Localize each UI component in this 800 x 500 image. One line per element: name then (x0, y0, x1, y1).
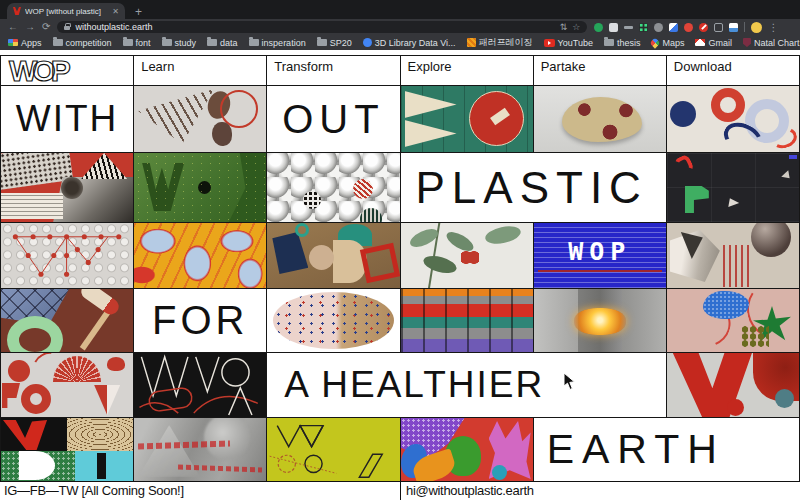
dot-constellation-art (1, 223, 133, 288)
bookmark-data[interactable]: data (207, 38, 238, 48)
new-tab-button[interactable]: + (135, 5, 142, 19)
site-favicon (467, 38, 476, 47)
tab-title: WOP [without plastic] (25, 7, 108, 16)
tab-close-icon[interactable]: ✕ (112, 7, 119, 16)
bookmark-maps[interactable]: Maps (651, 38, 684, 48)
tile-art-matisse-plants (401, 418, 534, 482)
tab-strip: WOP [without plastic] ✕ + (0, 0, 800, 19)
tile-art-red-gray-w (667, 353, 800, 418)
site-favicon (363, 38, 372, 47)
page-footer: IG—FB—TW [All Coming Soon!] hi@withoutpl… (0, 481, 800, 500)
tile-art-tools (1, 289, 134, 353)
tile-art-plant-butterfly (401, 223, 534, 289)
doodle-shapes-art (267, 418, 399, 481)
tile-art-surreal-sphere (667, 223, 800, 289)
nav-item-download[interactable]: Download (667, 56, 800, 86)
nav-item-explore[interactable]: Explore (401, 56, 534, 86)
tile-art-candle (534, 289, 667, 353)
address-bar[interactable]: withoutplastic.earth ⇅ ☆ (57, 21, 587, 33)
tile-art-stone (534, 86, 667, 153)
translate-icon[interactable]: ⇅ (560, 22, 568, 32)
tile-art-pearls (267, 153, 400, 223)
profile-avatar[interactable] (751, 22, 762, 33)
youtube-icon (544, 39, 555, 47)
tile-art-botanical (134, 86, 267, 153)
divider (744, 22, 745, 32)
camera-extension-icon[interactable] (654, 23, 663, 32)
wop-logo-text: WOP (9, 56, 66, 86)
forward-button[interactable]: → (25, 22, 35, 32)
nav-item-learn[interactable]: Learn (134, 56, 267, 86)
tile-word-plastic: PLASTIC (401, 153, 667, 223)
folder-icon (123, 39, 133, 46)
lock-icon (64, 26, 70, 30)
tile-art-red-objects (1, 353, 134, 418)
tile-word-earth: EARTH (534, 418, 800, 482)
extension-icon[interactable] (624, 26, 633, 29)
folder-icon (162, 39, 172, 46)
tile-art-shape-collage (667, 86, 800, 153)
bookmark-3d-library[interactable]: 3D Library Data Vi... (363, 38, 456, 48)
tile-art-outline-letters (134, 353, 267, 418)
tile-art-chartreuse-doodle (267, 418, 400, 482)
webpage: WOP Learn Transform Explore Partake Down… (0, 50, 800, 500)
apps-grid-icon (8, 39, 18, 46)
tile-art-marble-swirl (134, 223, 267, 289)
bookmark-study[interactable]: study (162, 38, 197, 48)
bookmark-gmail[interactable]: Gmail (695, 38, 732, 48)
chrome-menu-icon[interactable]: ⋮ (768, 22, 778, 33)
nav-item-transform[interactable]: Transform (267, 56, 400, 86)
extension-icon[interactable] (714, 23, 723, 32)
tile-art-ascii-wop: WOP (534, 223, 667, 289)
tile-art-bubble-wrap (1, 223, 134, 289)
tile-word-with: WITH (1, 86, 134, 153)
reload-button[interactable]: ⟳ (42, 22, 50, 32)
extension-icon[interactable] (639, 23, 648, 32)
bookmarks-bar: Apps competition font study data inspera… (0, 35, 800, 50)
nav-item-partake[interactable]: Partake (534, 56, 667, 86)
social-links-label: IG—FB—TW [All Coming Soon!] (0, 482, 401, 500)
tile-art-pink-doodles (667, 289, 800, 353)
tile-word-a-healthier: A HEALTHIER (267, 353, 667, 418)
tile-art-red-collage (1, 153, 134, 223)
bookmark-star-icon[interactable]: ☆ (572, 22, 580, 32)
bookmark-apps[interactable]: Apps (8, 38, 42, 48)
browser-tab[interactable]: WOP [without plastic] ✕ (7, 3, 125, 19)
site-logo[interactable]: WOP (1, 56, 134, 86)
bookmark-sp20[interactable]: SP20 (317, 38, 352, 48)
contact-email-link[interactable]: hi@withoutplastic.earth (401, 482, 800, 500)
maps-pin-icon (650, 37, 661, 48)
extension-icon[interactable] (594, 23, 603, 32)
extension-icon[interactable] (609, 23, 618, 32)
bookmark-thesis[interactable]: thesis (604, 38, 641, 48)
tile-art-green-flags (401, 86, 534, 153)
shield-icon (743, 38, 751, 47)
ascii-wop-text: WOP (534, 237, 666, 266)
browser-window: WOP [without plastic] ✕ + ← → ⟳ withoutp… (0, 0, 800, 500)
tile-art-quadrant-wop (1, 418, 134, 482)
outline-letters-art (134, 353, 266, 417)
bookmark-youtube[interactable]: YouTube (544, 38, 593, 48)
folder-icon (604, 39, 614, 46)
bookmark-paraphrase[interactable]: 패러프레이징 (467, 36, 533, 49)
bookmark-competition[interactable]: competition (53, 38, 112, 48)
tile-word-for: FOR (134, 289, 267, 353)
bookmark-natal-chart[interactable]: Natal Chart Report (743, 38, 800, 48)
tile-art-blur-letters (134, 418, 267, 482)
folder-icon (53, 39, 63, 46)
extension-icon[interactable] (669, 23, 678, 32)
bookmark-font[interactable]: font (123, 38, 151, 48)
extension-icon[interactable] (729, 23, 738, 32)
bookmark-insperation[interactable]: insperation (249, 38, 306, 48)
tab-favicon-icon (13, 7, 21, 15)
adblock-extension-icon[interactable] (699, 23, 708, 32)
tile-art-knit-rows (401, 289, 534, 353)
folder-icon (317, 39, 327, 46)
tile-art-grass-wop (134, 153, 267, 223)
extension-icons: ⋮ (594, 22, 778, 33)
folder-icon (249, 39, 259, 46)
extension-icon[interactable] (684, 23, 693, 32)
back-button[interactable]: ← (8, 22, 18, 32)
tile-word-out: OUT (267, 86, 400, 153)
browser-toolbar: ← → ⟳ withoutplastic.earth ⇅ ☆ ⋮ (0, 19, 800, 35)
